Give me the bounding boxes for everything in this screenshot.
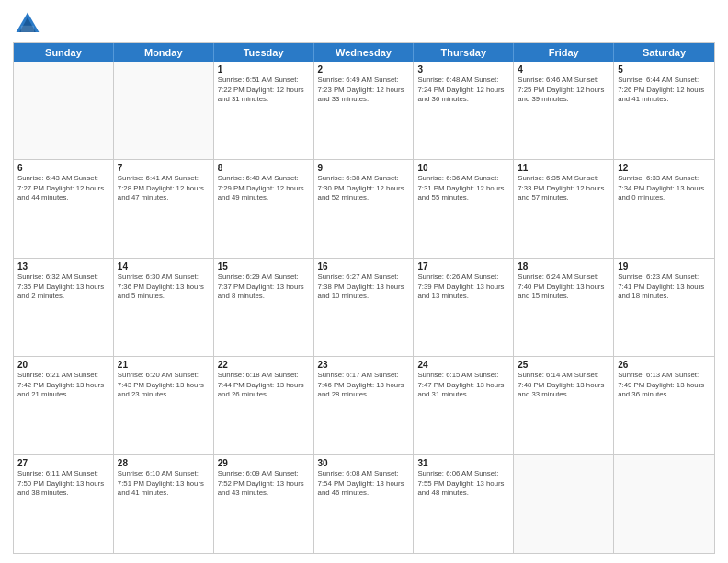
day-cell-7: 7Sunrise: 6:41 AM Sunset: 7:28 PM Daylig… bbox=[114, 160, 214, 258]
day-info-31: Sunrise: 6:06 AM Sunset: 7:55 PM Dayligh… bbox=[417, 469, 509, 499]
day-number-22: 22 bbox=[218, 360, 310, 370]
day-info-2: Sunrise: 6:49 AM Sunset: 7:23 PM Dayligh… bbox=[318, 75, 410, 105]
day-cell-25: 25Sunrise: 6:14 AM Sunset: 7:48 PM Dayli… bbox=[514, 357, 614, 454]
day-number-15: 15 bbox=[218, 261, 310, 271]
day-cell-29: 29Sunrise: 6:09 AM Sunset: 7:52 PM Dayli… bbox=[214, 455, 314, 553]
day-number-16: 16 bbox=[318, 261, 410, 271]
day-cell-30: 30Sunrise: 6:08 AM Sunset: 7:54 PM Dayli… bbox=[314, 455, 415, 553]
day-info-8: Sunrise: 6:40 AM Sunset: 7:29 PM Dayligh… bbox=[218, 174, 310, 203]
day-number-29: 29 bbox=[218, 458, 310, 468]
day-cell-2: 2Sunrise: 6:49 AM Sunset: 7:23 PM Daylig… bbox=[314, 62, 415, 159]
day-info-15: Sunrise: 6:29 AM Sunset: 7:37 PM Dayligh… bbox=[218, 272, 310, 302]
day-cell-5: 5Sunrise: 6:44 AM Sunset: 7:26 PM Daylig… bbox=[614, 62, 714, 159]
header-thursday: Thursday bbox=[414, 43, 514, 62]
day-cell-6: 6Sunrise: 6:43 AM Sunset: 7:27 PM Daylig… bbox=[14, 160, 114, 258]
header bbox=[13, 9, 715, 39]
day-number-20: 20 bbox=[17, 360, 109, 370]
day-cell-27: 27Sunrise: 6:11 AM Sunset: 7:50 PM Dayli… bbox=[14, 455, 114, 553]
day-number-24: 24 bbox=[417, 360, 509, 370]
day-number-7: 7 bbox=[118, 163, 210, 173]
header-wednesday: Wednesday bbox=[314, 43, 415, 62]
day-info-23: Sunrise: 6:17 AM Sunset: 7:46 PM Dayligh… bbox=[318, 371, 410, 400]
day-info-30: Sunrise: 6:08 AM Sunset: 7:54 PM Dayligh… bbox=[318, 469, 410, 499]
day-number-19: 19 bbox=[618, 261, 711, 271]
day-info-27: Sunrise: 6:11 AM Sunset: 7:50 PM Dayligh… bbox=[17, 469, 109, 499]
day-info-28: Sunrise: 6:10 AM Sunset: 7:51 PM Dayligh… bbox=[118, 469, 210, 499]
day-info-12: Sunrise: 6:33 AM Sunset: 7:34 PM Dayligh… bbox=[618, 174, 711, 203]
day-info-3: Sunrise: 6:48 AM Sunset: 7:24 PM Dayligh… bbox=[417, 75, 509, 105]
day-cell-8: 8Sunrise: 6:40 AM Sunset: 7:29 PM Daylig… bbox=[214, 160, 314, 258]
day-info-25: Sunrise: 6:14 AM Sunset: 7:48 PM Dayligh… bbox=[518, 371, 609, 400]
day-info-26: Sunrise: 6:13 AM Sunset: 7:49 PM Dayligh… bbox=[618, 371, 711, 400]
day-cell-9: 9Sunrise: 6:38 AM Sunset: 7:30 PM Daylig… bbox=[314, 160, 415, 258]
day-info-4: Sunrise: 6:46 AM Sunset: 7:25 PM Dayligh… bbox=[518, 75, 609, 105]
calendar-body: 1Sunrise: 6:51 AM Sunset: 7:22 PM Daylig… bbox=[14, 62, 714, 553]
day-info-22: Sunrise: 6:18 AM Sunset: 7:44 PM Dayligh… bbox=[218, 371, 310, 400]
page: SundayMondayTuesdayWednesdayThursdayFrid… bbox=[0, 0, 728, 563]
day-info-1: Sunrise: 6:51 AM Sunset: 7:22 PM Dayligh… bbox=[218, 75, 310, 105]
day-number-26: 26 bbox=[618, 360, 711, 370]
day-cell-16: 16Sunrise: 6:27 AM Sunset: 7:38 PM Dayli… bbox=[314, 259, 415, 356]
day-cell-14: 14Sunrise: 6:30 AM Sunset: 7:36 PM Dayli… bbox=[114, 259, 214, 356]
day-number-21: 21 bbox=[118, 360, 210, 370]
day-number-25: 25 bbox=[518, 360, 609, 370]
day-number-2: 2 bbox=[318, 64, 410, 75]
day-cell-24: 24Sunrise: 6:15 AM Sunset: 7:47 PM Dayli… bbox=[414, 357, 514, 454]
logo bbox=[13, 9, 46, 39]
calendar-row-1: 1Sunrise: 6:51 AM Sunset: 7:22 PM Daylig… bbox=[14, 62, 714, 160]
day-cell-3: 3Sunrise: 6:48 AM Sunset: 7:24 PM Daylig… bbox=[414, 62, 514, 159]
header-saturday: Saturday bbox=[614, 43, 714, 62]
day-number-14: 14 bbox=[118, 261, 210, 271]
day-info-9: Sunrise: 6:38 AM Sunset: 7:30 PM Dayligh… bbox=[318, 174, 410, 203]
day-number-4: 4 bbox=[518, 64, 609, 75]
day-number-3: 3 bbox=[417, 64, 509, 75]
empty-cell-r0-c0 bbox=[14, 62, 114, 159]
day-number-23: 23 bbox=[318, 360, 410, 370]
svg-rect-2 bbox=[21, 26, 34, 32]
day-cell-11: 11Sunrise: 6:35 AM Sunset: 7:33 PM Dayli… bbox=[514, 160, 614, 258]
day-cell-4: 4Sunrise: 6:46 AM Sunset: 7:25 PM Daylig… bbox=[514, 62, 614, 159]
day-info-16: Sunrise: 6:27 AM Sunset: 7:38 PM Dayligh… bbox=[318, 272, 410, 302]
day-info-24: Sunrise: 6:15 AM Sunset: 7:47 PM Dayligh… bbox=[417, 371, 509, 400]
day-cell-12: 12Sunrise: 6:33 AM Sunset: 7:34 PM Dayli… bbox=[614, 160, 714, 258]
day-info-17: Sunrise: 6:26 AM Sunset: 7:39 PM Dayligh… bbox=[417, 272, 509, 302]
day-info-5: Sunrise: 6:44 AM Sunset: 7:26 PM Dayligh… bbox=[618, 75, 711, 105]
calendar-row-2: 6Sunrise: 6:43 AM Sunset: 7:27 PM Daylig… bbox=[14, 160, 714, 259]
day-info-20: Sunrise: 6:21 AM Sunset: 7:42 PM Dayligh… bbox=[17, 371, 109, 400]
empty-cell-r4-c5 bbox=[514, 455, 614, 553]
header-tuesday: Tuesday bbox=[214, 43, 314, 62]
day-info-10: Sunrise: 6:36 AM Sunset: 7:31 PM Dayligh… bbox=[417, 174, 509, 203]
day-number-11: 11 bbox=[518, 163, 609, 173]
day-info-29: Sunrise: 6:09 AM Sunset: 7:52 PM Dayligh… bbox=[218, 469, 310, 499]
day-info-7: Sunrise: 6:41 AM Sunset: 7:28 PM Dayligh… bbox=[118, 174, 210, 203]
day-cell-1: 1Sunrise: 6:51 AM Sunset: 7:22 PM Daylig… bbox=[214, 62, 314, 159]
day-number-5: 5 bbox=[618, 64, 711, 75]
calendar: SundayMondayTuesdayWednesdayThursdayFrid… bbox=[13, 42, 715, 554]
day-cell-13: 13Sunrise: 6:32 AM Sunset: 7:35 PM Dayli… bbox=[14, 259, 114, 356]
day-info-11: Sunrise: 6:35 AM Sunset: 7:33 PM Dayligh… bbox=[518, 174, 609, 203]
logo-icon bbox=[13, 9, 42, 39]
calendar-header: SundayMondayTuesdayWednesdayThursdayFrid… bbox=[14, 43, 714, 62]
day-number-27: 27 bbox=[17, 458, 109, 468]
day-number-17: 17 bbox=[417, 261, 509, 271]
day-info-19: Sunrise: 6:23 AM Sunset: 7:41 PM Dayligh… bbox=[618, 272, 711, 302]
day-number-31: 31 bbox=[417, 458, 509, 468]
day-number-12: 12 bbox=[618, 163, 711, 173]
day-cell-17: 17Sunrise: 6:26 AM Sunset: 7:39 PM Dayli… bbox=[414, 259, 514, 356]
calendar-row-3: 13Sunrise: 6:32 AM Sunset: 7:35 PM Dayli… bbox=[14, 259, 714, 357]
calendar-row-5: 27Sunrise: 6:11 AM Sunset: 7:50 PM Dayli… bbox=[14, 455, 714, 553]
day-number-6: 6 bbox=[17, 163, 109, 173]
header-friday: Friday bbox=[514, 43, 614, 62]
day-cell-22: 22Sunrise: 6:18 AM Sunset: 7:44 PM Dayli… bbox=[214, 357, 314, 454]
day-cell-18: 18Sunrise: 6:24 AM Sunset: 7:40 PM Dayli… bbox=[514, 259, 614, 356]
day-cell-10: 10Sunrise: 6:36 AM Sunset: 7:31 PM Dayli… bbox=[414, 160, 514, 258]
day-info-6: Sunrise: 6:43 AM Sunset: 7:27 PM Dayligh… bbox=[17, 174, 109, 203]
day-info-18: Sunrise: 6:24 AM Sunset: 7:40 PM Dayligh… bbox=[518, 272, 609, 302]
day-cell-21: 21Sunrise: 6:20 AM Sunset: 7:43 PM Dayli… bbox=[114, 357, 214, 454]
day-number-13: 13 bbox=[17, 261, 109, 271]
day-number-18: 18 bbox=[518, 261, 609, 271]
day-info-13: Sunrise: 6:32 AM Sunset: 7:35 PM Dayligh… bbox=[17, 272, 109, 302]
day-cell-23: 23Sunrise: 6:17 AM Sunset: 7:46 PM Dayli… bbox=[314, 357, 415, 454]
calendar-row-4: 20Sunrise: 6:21 AM Sunset: 7:42 PM Dayli… bbox=[14, 357, 714, 455]
day-number-30: 30 bbox=[318, 458, 410, 468]
